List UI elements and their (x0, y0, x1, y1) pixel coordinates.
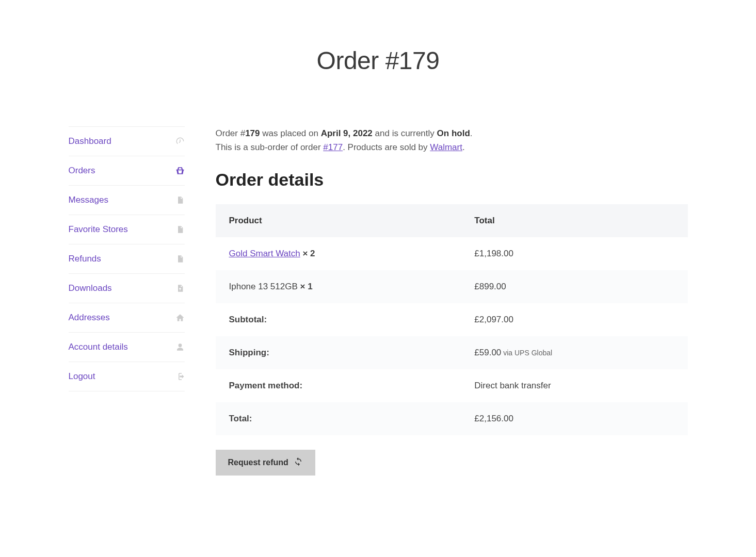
placed-text: was placed on (260, 128, 321, 138)
shipping-label: Shipping: (216, 336, 461, 369)
product-qty: × 1 (298, 282, 313, 291)
sold-by-prefix: . Products are sold by (343, 142, 430, 152)
col-total: Total (461, 204, 687, 237)
table-row: Iphone 13 512GB × 1 £899.00 (216, 270, 688, 303)
shipping-via: via UPS Global (501, 349, 552, 357)
table-row: Gold Smart Watch × 2 £1,198.00 (216, 237, 688, 270)
sidebar-item-label: Orders (69, 166, 95, 176)
subtotal-label: Subtotal: (216, 303, 461, 336)
table-header-row: Product Total (216, 204, 688, 237)
payment-value: Direct bank transfer (461, 369, 687, 402)
basket-icon (175, 166, 185, 175)
account-sidebar: Dashboard Orders Messages Favorite Store… (69, 126, 185, 476)
sidebar-item-label: Refunds (69, 254, 101, 264)
product-qty: × 2 (300, 249, 315, 258)
sidebar-item-downloads[interactable]: Downloads (69, 273, 185, 303)
product-name: Iphone 13 512GB (229, 282, 298, 291)
gauge-icon (175, 137, 185, 146)
sidebar-item-favorite-stores[interactable]: Favorite Stores (69, 215, 185, 244)
subtotal-value: £2,097.00 (461, 303, 687, 336)
period: . (470, 128, 473, 138)
request-refund-button[interactable]: Request refund (216, 450, 315, 476)
order-prefix: Order # (216, 128, 246, 138)
order-details-heading: Order details (216, 170, 688, 190)
suborder-prefix: This is a sub-order of order (216, 142, 324, 152)
file-icon (175, 225, 185, 234)
vendor-link[interactable]: Walmart (430, 142, 462, 152)
user-icon (175, 342, 185, 352)
table-row: Total: £2,156.00 (216, 402, 688, 435)
parent-order-link[interactable]: #177 (323, 142, 343, 152)
refresh-icon (294, 457, 303, 468)
table-row: Payment method: Direct bank transfer (216, 369, 688, 402)
page-title: Order #179 (0, 46, 756, 75)
col-product: Product (216, 204, 461, 237)
sidebar-item-label: Messages (69, 195, 108, 205)
sidebar-item-addresses[interactable]: Addresses (69, 303, 185, 332)
logout-icon (175, 372, 185, 381)
product-cell: Gold Smart Watch × 2 (216, 237, 461, 270)
sidebar-item-label: Account details (69, 342, 128, 352)
sidebar-item-account-details[interactable]: Account details (69, 332, 185, 362)
product-total: £1,198.00 (461, 237, 687, 270)
sidebar-item-label: Favorite Stores (69, 224, 128, 235)
total-value: £2,156.00 (461, 402, 687, 435)
order-status: On hold (437, 128, 470, 138)
order-summary-text: Order #179 was placed on April 9, 2022 a… (216, 126, 688, 154)
order-details-table: Product Total Gold Smart Watch × 2 £1,19… (216, 204, 688, 435)
product-link[interactable]: Gold Smart Watch (229, 249, 300, 258)
payment-label: Payment method: (216, 369, 461, 402)
product-total: £899.00 (461, 270, 687, 303)
period2: . (462, 142, 465, 152)
table-row: Subtotal: £2,097.00 (216, 303, 688, 336)
refund-button-label: Request refund (228, 458, 288, 467)
sidebar-item-label: Addresses (69, 313, 110, 323)
main-content: Order #179 was placed on April 9, 2022 a… (216, 126, 688, 476)
status-text: and is currently (373, 128, 437, 138)
sidebar-item-label: Dashboard (69, 136, 111, 146)
shipping-value: £59.00 via UPS Global (461, 336, 687, 369)
sidebar-item-label: Logout (69, 371, 95, 382)
table-row: Shipping: £59.00 via UPS Global (216, 336, 688, 369)
order-date: April 9, 2022 (321, 128, 373, 138)
home-icon (175, 313, 185, 322)
sidebar-item-messages[interactable]: Messages (69, 185, 185, 215)
content-container: Dashboard Orders Messages Favorite Store… (58, 126, 698, 476)
sidebar-item-label: Downloads (69, 283, 112, 293)
order-number: 179 (245, 128, 260, 138)
file-icon (175, 195, 185, 205)
total-label: Total: (216, 402, 461, 435)
product-cell: Iphone 13 512GB × 1 (216, 270, 461, 303)
sidebar-item-refunds[interactable]: Refunds (69, 244, 185, 273)
sidebar-item-orders[interactable]: Orders (69, 156, 185, 185)
file-download-icon (175, 284, 185, 293)
sidebar-item-logout[interactable]: Logout (69, 362, 185, 391)
file-icon (175, 254, 185, 264)
sidebar-item-dashboard[interactable]: Dashboard (69, 126, 185, 156)
